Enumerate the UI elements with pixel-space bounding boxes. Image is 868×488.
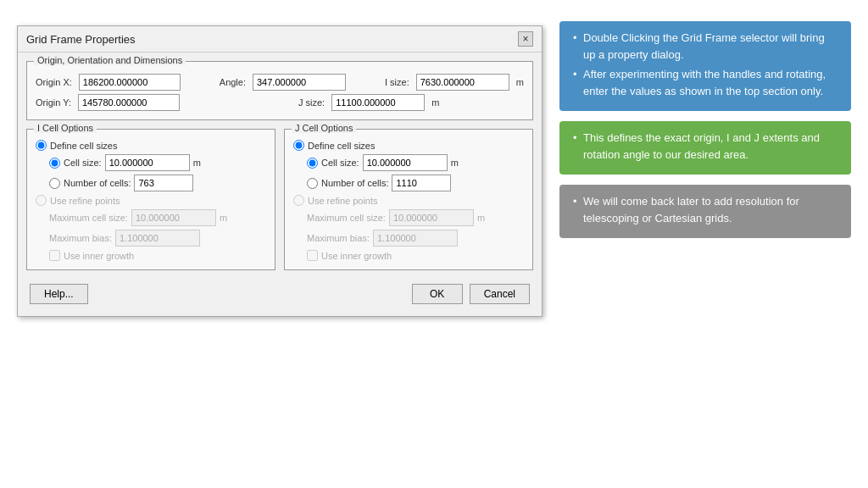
i-cell-radio-group: Define cell sizes Cell size: m Number of… <box>36 140 266 261</box>
i-cell-section: I Cell Options Define cell sizes Cell si… <box>26 129 275 270</box>
ok-button[interactable]: OK <box>412 284 463 304</box>
gray-info-list: We will come back later to add resolutio… <box>571 193 839 226</box>
jsize-label: J size: <box>298 97 325 108</box>
cell-options-row: I Cell Options Define cell sizes Cell si… <box>26 129 533 270</box>
blue-info-item-2: After experimenting with the handles and… <box>571 66 839 99</box>
j-cell-size-input[interactable] <box>363 154 448 171</box>
j-max-cell-unit: m <box>477 213 485 223</box>
j-num-cells-input[interactable] <box>392 175 451 191</box>
dialog-panel: Grid Frame Properties × Origin, Orientat… <box>17 25 542 317</box>
isize-input[interactable] <box>416 74 509 91</box>
green-info-card: This defines the exact origin, I and J e… <box>559 121 851 175</box>
i-define-radio[interactable] <box>36 140 47 151</box>
gray-info-item-1: We will come back later to add resolutio… <box>571 193 839 226</box>
i-cell-size-unit: m <box>193 158 201 168</box>
i-max-bias-input <box>115 230 200 247</box>
origin-section-label: Origin, Orientation and Dimensions <box>34 55 186 65</box>
i-max-cell-input <box>131 209 216 226</box>
angle-input[interactable] <box>253 74 346 91</box>
j-num-cells-label: Number of cells: <box>321 178 388 188</box>
i-define-radio-label: Define cell sizes <box>50 141 117 151</box>
right-panel: Double Clicking the Grid Frame selector … <box>559 21 851 238</box>
j-use-inner-label: Use inner growth <box>321 251 392 261</box>
blue-info-card: Double Clicking the Grid Frame selector … <box>559 21 851 111</box>
j-max-bias-label: Maximum bias: <box>307 233 370 243</box>
j-cell-label: J Cell Options <box>292 123 356 133</box>
i-use-inner-checkbox <box>49 250 60 261</box>
i-cell-size-label: Cell size: <box>64 158 102 168</box>
i-num-cells-radio[interactable] <box>49 178 60 189</box>
i-cell-size-input[interactable] <box>105 154 190 171</box>
j-max-cell-label: Maximum cell size: <box>307 213 386 223</box>
j-cell-size-unit: m <box>451 158 459 168</box>
origin-y-label: Origin Y: <box>36 97 71 108</box>
i-refine-label: Use refine points <box>50 196 120 206</box>
j-num-cells-radio[interactable] <box>307 178 318 189</box>
j-refine-radio <box>293 195 304 206</box>
j-define-radio-label: Define cell sizes <box>308 141 375 151</box>
jsize-input[interactable] <box>331 94 425 111</box>
i-num-cells-input[interactable] <box>134 175 193 191</box>
j-define-radio[interactable] <box>293 140 304 151</box>
origin-section: Origin, Orientation and Dimensions Origi… <box>26 61 533 120</box>
dialog-window: Grid Frame Properties × Origin, Orientat… <box>17 25 542 317</box>
j-max-bias-input <box>373 230 458 247</box>
dialog-buttons: Help... OK Cancel <box>26 279 533 308</box>
i-use-inner-label: Use inner growth <box>64 251 134 261</box>
isize-label: I size: <box>385 77 409 87</box>
i-max-bias-label: Maximum bias: <box>49 233 112 243</box>
i-cell-size-radio[interactable] <box>49 158 60 169</box>
j-cell-size-radio[interactable] <box>307 158 318 169</box>
cancel-button[interactable]: Cancel <box>470 284 530 304</box>
blue-info-list: Double Clicking the Grid Frame selector … <box>571 30 839 99</box>
i-cell-label: I Cell Options <box>34 123 97 133</box>
i-max-cell-unit: m <box>220 213 227 223</box>
origin-x-label: Origin X: <box>36 77 72 87</box>
j-use-inner-checkbox <box>307 250 318 261</box>
jsize-unit: m <box>431 97 439 108</box>
j-refine-label: Use refine points <box>308 196 378 206</box>
i-num-cells-label: Number of cells: <box>64 178 131 188</box>
green-info-item-1: This defines the exact origin, I and J e… <box>571 130 839 163</box>
i-max-cell-label: Maximum cell size: <box>49 213 128 223</box>
origin-y-input[interactable] <box>78 94 180 111</box>
j-cell-section: J Cell Options Define cell sizes Cell si… <box>284 129 533 270</box>
j-cell-radio-group: Define cell sizes Cell size: m Number of… <box>293 140 524 261</box>
dialog-title: Grid Frame Properties <box>26 33 136 46</box>
isize-unit: m <box>516 77 524 87</box>
i-refine-radio <box>36 195 47 206</box>
j-max-cell-input <box>389 209 474 226</box>
origin-x-input[interactable] <box>79 74 181 91</box>
green-info-list: This defines the exact origin, I and J e… <box>571 130 839 163</box>
close-button[interactable]: × <box>518 31 533 47</box>
help-button[interactable]: Help... <box>30 284 88 304</box>
dialog-titlebar: Grid Frame Properties × <box>18 26 542 53</box>
angle-label: Angle: <box>220 77 246 87</box>
dialog-body: Origin, Orientation and Dimensions Origi… <box>18 53 542 316</box>
j-cell-size-label: Cell size: <box>321 158 359 168</box>
gray-info-card: We will come back later to add resolutio… <box>559 185 851 238</box>
blue-info-item-1: Double Clicking the Grid Frame selector … <box>571 30 839 63</box>
